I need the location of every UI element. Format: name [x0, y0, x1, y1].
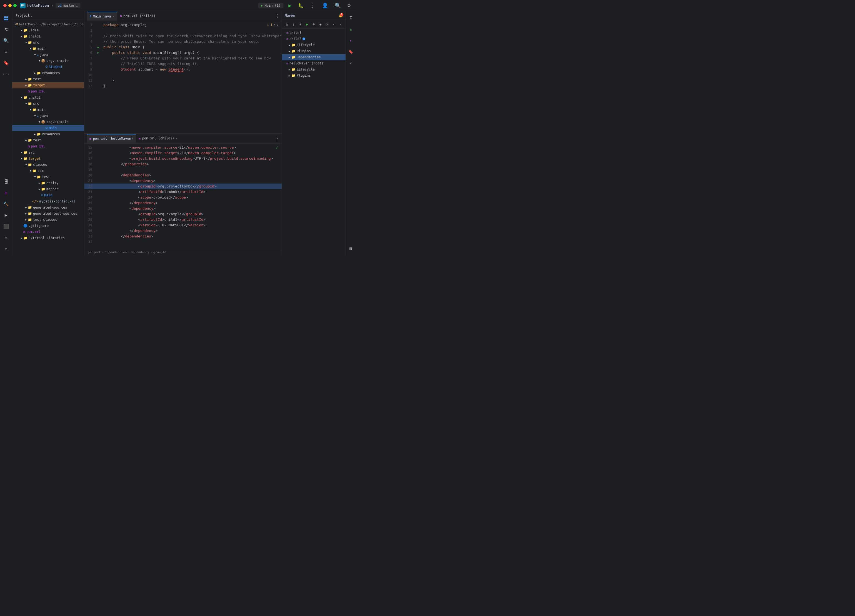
right-sidebar-icons: 🗄 ± ✦ 🔖 ✓ m [346, 11, 355, 256]
bookmarks-icon[interactable]: 🔖 [1, 58, 11, 68]
maven-close-btn[interactable]: ✕ [325, 21, 330, 27]
maven-item-lifecycle[interactable]: ▶ 📁 Lifecycle [282, 42, 346, 48]
maximize-button[interactable] [13, 4, 17, 7]
minimize-button[interactable] [8, 4, 12, 7]
tree-item-mybatis[interactable]: </> mybatis-config.xml [12, 198, 84, 204]
branch-selector[interactable]: ⎇ master ⌄ [55, 3, 80, 8]
project-view-icon[interactable] [1, 13, 11, 23]
maven-right-icon[interactable]: m [346, 243, 356, 253]
xml-line-21: 21 <dependency>⊕ [84, 178, 282, 184]
maven-next-btn[interactable]: › [338, 21, 343, 27]
tree-item-child2-org-example[interactable]: ▼ 📦 org.example [12, 119, 84, 125]
close-tab-pom-child2[interactable]: ✕ [176, 137, 178, 140]
run-icon[interactable]: ▶ [1, 210, 11, 220]
code-line-1: 1 package org.example; [84, 22, 282, 28]
maven-download-btn[interactable]: ↓ [291, 21, 296, 27]
grazie-right-icon[interactable]: ✓ [346, 58, 356, 68]
tree-item-main-classes[interactable]: © Main [12, 192, 84, 198]
git-right-icon[interactable]: ± [346, 25, 356, 34]
maven-prev-btn[interactable]: ‹ [331, 21, 337, 27]
maven-item-dependencies[interactable]: ▶ 📁 Dependencies [282, 54, 346, 60]
tree-item-child1-src[interactable]: ▼ 📁 src [12, 40, 84, 46]
find-icon[interactable]: 🔍 [1, 35, 11, 46]
tree-item-gitignore[interactable]: 🔵 .gitignore [12, 223, 84, 229]
tree-item-mapper[interactable]: ▶ 📁 mapper [12, 186, 84, 192]
tree-item-child2-resources[interactable]: ▶ 📁 resources [12, 131, 84, 137]
xml-line-31: 31 </dependencies> [84, 234, 282, 239]
editor-tabs-bottom-more[interactable]: ⋮ [275, 136, 279, 141]
tree-item-generated-test-sources[interactable]: ▶ 📁 generated-test-sources [12, 210, 84, 217]
tree-item-child1-pom[interactable]: m pom.xml [12, 88, 84, 94]
build-icon[interactable]: 🔨 [1, 199, 11, 209]
tree-item-entity[interactable]: ▶ 📁 entity [12, 180, 84, 186]
tree-item-com[interactable]: ▼ 📁 com [12, 168, 84, 174]
maven-item-root-lifecycle[interactable]: ▶ 📁 Lifecycle [282, 66, 346, 72]
tree-item-child1-main[interactable]: ▼ 📁 main [12, 46, 84, 52]
tree-item-classes[interactable]: ▼ 📁 classes [12, 162, 84, 168]
profile-icon[interactable]: 👤 [320, 2, 330, 9]
maven-item-child2[interactable]: m child2 [282, 36, 346, 42]
tree-item-external-libs[interactable]: ▶ 📁 External Libraries [12, 235, 84, 241]
tree-item-child1-resources[interactable]: ▶ 📁 resources [12, 70, 84, 76]
tab-pom-hellomaven[interactable]: m pom.xml (helloMaven) [87, 134, 136, 143]
notification-bell[interactable]: 🔔 1 [339, 14, 343, 17]
maven-refresh-btn[interactable]: ↻ [284, 21, 290, 27]
terminal-icon[interactable]: ⬛ [1, 221, 11, 231]
tree-item-child1-test[interactable]: ▶ 📁 test [12, 76, 84, 82]
maven-run-btn[interactable]: ▶ [304, 21, 310, 27]
problems-icon[interactable]: ⚠ [1, 232, 11, 242]
tree-item-child2-src[interactable]: ▼ 📁 src [12, 101, 84, 107]
maven-add-btn[interactable]: + [297, 21, 303, 27]
tab-pom-child1[interactable]: m pom.xml (child1) [117, 12, 158, 21]
vcs-icon[interactable] [1, 25, 11, 34]
tree-item-idea[interactable]: ▶ 📁 .idea [12, 27, 84, 33]
more-tools-icon[interactable]: ··· [1, 69, 11, 79]
database-icon[interactable]: 🗄 [1, 177, 11, 187]
tree-item-child2[interactable]: ▼ 📁 child2 [12, 94, 84, 101]
tree-item-test-classes[interactable]: ▶ 📁 test-classes [12, 217, 84, 223]
bookmarks-right-icon[interactable]: 🔖 [346, 47, 356, 57]
ai-right-icon[interactable]: ✦ [346, 35, 356, 46]
tree-item-target[interactable]: ▼ 📁 target [12, 156, 84, 162]
tree-item-generated-sources[interactable]: ▶ 📁 generated-sources [12, 204, 84, 210]
tree-item-root-pom[interactable]: m pom.xml [12, 229, 84, 235]
run-config[interactable]: ▶ Main (1) [258, 3, 283, 8]
maven-icon[interactable]: m [1, 188, 11, 198]
maven-item-hellomaven[interactable]: m helloMaven (root) [282, 60, 346, 66]
tree-item-child2-java[interactable]: ▼ ☕ java [12, 113, 84, 119]
tree-item-src[interactable]: ▶ 📁 src [12, 149, 84, 156]
tree-item-child2-main[interactable]: ▼ 📁 main [12, 107, 84, 113]
maven-item-plugins[interactable]: ▶ 📁 Plugins [282, 48, 346, 54]
tree-item-child1[interactable]: ▼ 📁 child1 [12, 33, 84, 40]
tree-item-test-inner[interactable]: ▼ 📁 test [12, 174, 84, 180]
structure-icon[interactable]: ≡ [1, 47, 11, 57]
search-icon[interactable]: 🔍 [333, 2, 343, 9]
tree-item-child2-pom[interactable]: m pom.xml [12, 143, 84, 149]
tab-main-java[interactable]: J Main.java ✕ [87, 12, 117, 21]
debug-button[interactable]: 🐛 [296, 2, 305, 9]
maven-item-child1[interactable]: m child1 [282, 30, 346, 36]
tree-item-child2-test[interactable]: ▶ 📁 test [12, 137, 84, 143]
tree-item-hellomaven[interactable]: ▼ ⊟ helloMaven ~/Desktop/CS/JavaEE/1 Ja.… [12, 21, 84, 27]
close-button[interactable] [3, 4, 7, 7]
svg-rect-3 [6, 18, 8, 20]
close-tab-main-java[interactable]: ✕ [113, 15, 115, 18]
tab-pom-child2[interactable]: m pom.xml (child2) ✕ [136, 134, 180, 143]
checkmark-icon: ✓ [276, 145, 278, 150]
settings-icon[interactable]: ⚙ [346, 2, 352, 9]
git-icon[interactable]: ⑃ [1, 243, 11, 253]
database-right-icon[interactable]: 🗄 [346, 13, 356, 23]
tree-item-child1-org-example[interactable]: ▼ 📦 org.example [12, 58, 84, 64]
tree-item-child1-java[interactable]: ▼ ☕ java [12, 52, 84, 58]
tree-item-student[interactable]: © Student [12, 64, 84, 70]
maven-skip-btn[interactable]: ⊘ [311, 21, 316, 27]
tree-item-child1-target[interactable]: ▶ 📁 target [12, 82, 84, 88]
maven-item-root-plugins[interactable]: ▶ 📁 Plugins [282, 72, 346, 78]
editor-tabs-more[interactable]: ⋮ [275, 13, 279, 18]
tree-item-child2-main-class[interactable]: © Main [12, 125, 84, 131]
maven-toggle-btn[interactable]: ◈ [318, 21, 323, 27]
more-options-button[interactable]: ⋮ [309, 2, 317, 9]
panel-dropdown-icon[interactable]: ⌄ [31, 14, 32, 17]
run-button[interactable]: ▶ [287, 2, 293, 9]
xml-line-32: 32 [84, 239, 282, 245]
